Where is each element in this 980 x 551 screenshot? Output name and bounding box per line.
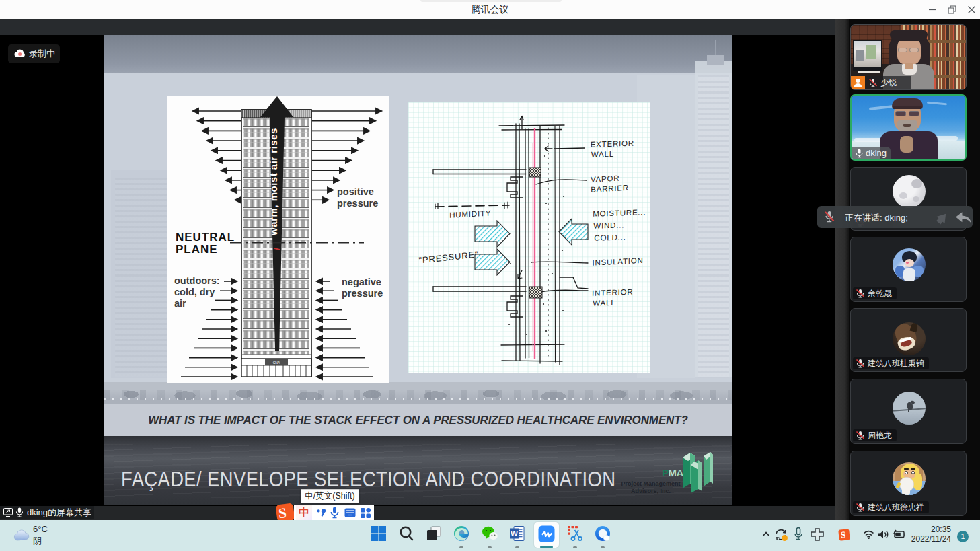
svg-text:warm, moist air rises: warm, moist air rises — [268, 128, 279, 236]
svg-text:WIND...: WIND... — [593, 221, 624, 230]
svg-text:WALL: WALL — [593, 299, 615, 307]
svg-text:pressure: pressure — [337, 198, 378, 209]
svg-text:WALL: WALL — [591, 150, 614, 159]
svg-text:INTERIOR: INTERIOR — [592, 288, 634, 297]
svg-text:COLD...: COLD... — [594, 233, 626, 242]
svg-text:EXTERIOR: EXTERIOR — [591, 139, 634, 149]
svg-text:W: W — [511, 529, 518, 538]
svg-text:positive: positive — [337, 186, 374, 197]
svg-text:cold, dry: cold, dry — [174, 287, 215, 297]
svg-text:NEUTRAL: NEUTRAL — [176, 231, 235, 244]
svg-text:VAPOR: VAPOR — [591, 174, 619, 184]
svg-text:CNA: CNA — [273, 361, 280, 365]
svg-text:air: air — [174, 298, 186, 309]
svg-text:PLANE: PLANE — [176, 243, 218, 256]
svg-text:outdoors:: outdoors: — [174, 275, 220, 286]
svg-text:pressure: pressure — [342, 288, 383, 299]
svg-text:negative: negative — [342, 277, 381, 287]
